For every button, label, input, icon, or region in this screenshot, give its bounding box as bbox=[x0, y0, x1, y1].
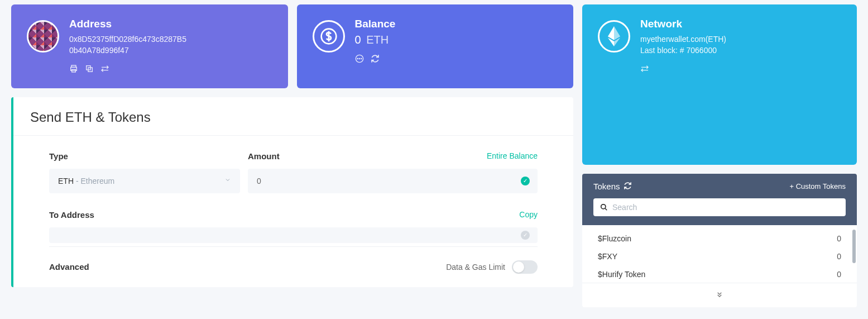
token-item[interactable]: $FXY0 bbox=[582, 247, 857, 265]
chevron-down-icon bbox=[224, 177, 231, 185]
ethereum-icon bbox=[598, 20, 630, 53]
balance-card: Balance 0 ETH bbox=[297, 4, 574, 88]
send-panel: Send ETH & Tokens Type ETH - Ethereum bbox=[11, 97, 573, 287]
type-select[interactable]: ETH - Ethereum bbox=[49, 169, 240, 193]
token-name: $Hurify Token bbox=[598, 270, 645, 279]
scrollbar[interactable] bbox=[852, 230, 856, 263]
token-name: $Fluzcoin bbox=[598, 234, 631, 243]
copy-icon[interactable] bbox=[85, 64, 94, 75]
more-icon[interactable] bbox=[355, 54, 364, 65]
tokens-title: Tokens bbox=[593, 182, 620, 191]
address-value-line2: 0b40A78d996f47 bbox=[69, 45, 272, 56]
refresh-icon[interactable] bbox=[371, 54, 380, 65]
token-balance: 0 bbox=[837, 252, 841, 261]
address-blockie-icon bbox=[27, 20, 59, 53]
address-value-line1: 0x8D52375ffD028f6c473c8287B5 bbox=[69, 34, 272, 45]
balance-title: Balance bbox=[355, 18, 558, 30]
print-icon[interactable] bbox=[69, 64, 78, 75]
token-item[interactable]: $Hurify Token0 bbox=[582, 265, 857, 283]
search-icon bbox=[600, 203, 608, 211]
network-card: Network myetherwallet.com(ETH) Last bloc… bbox=[582, 4, 857, 165]
token-name: $FXY bbox=[598, 252, 617, 261]
network-lastblock: Last block: # 7066000 bbox=[640, 45, 841, 56]
amount-label: Amount bbox=[248, 151, 280, 161]
balance-unit: ETH bbox=[366, 34, 389, 46]
svg-point-8 bbox=[359, 58, 359, 59]
swap-icon[interactable] bbox=[100, 64, 109, 75]
token-balance: 0 bbox=[837, 270, 841, 279]
amount-value: 0 bbox=[257, 177, 261, 185]
token-balance: 0 bbox=[837, 234, 841, 243]
balance-amount: 0 bbox=[355, 34, 361, 46]
to-address-label: To Address bbox=[49, 210, 94, 220]
token-search-box[interactable] bbox=[593, 198, 846, 216]
amount-input[interactable]: 0 ✓ bbox=[248, 169, 538, 193]
send-panel-title: Send ETH & Tokens bbox=[13, 97, 573, 136]
svg-point-10 bbox=[601, 204, 606, 209]
entire-balance-link[interactable]: Entire Balance bbox=[487, 151, 538, 161]
tokens-refresh-icon[interactable] bbox=[624, 182, 632, 192]
gas-label: Data & Gas Limit bbox=[446, 263, 505, 272]
to-address-input[interactable]: ✓ bbox=[49, 227, 538, 243]
tokens-panel: Tokens + Custom Tokens $Fluzcoin0$FXY0$H… bbox=[582, 174, 857, 307]
advanced-label: Advanced bbox=[49, 262, 89, 272]
svg-point-9 bbox=[361, 58, 361, 59]
type-name: - Ethereum bbox=[74, 177, 114, 185]
custom-tokens-link[interactable]: + Custom Tokens bbox=[789, 182, 846, 191]
tokens-expand-button[interactable] bbox=[582, 283, 857, 307]
token-item[interactable]: $Fluzcoin0 bbox=[582, 230, 857, 247]
svg-point-7 bbox=[357, 58, 358, 59]
dollar-icon bbox=[313, 20, 345, 53]
tokens-list: $Fluzcoin0$FXY0$Hurify Token0$IQeon0$TEA… bbox=[582, 225, 857, 283]
network-title: Network bbox=[640, 18, 841, 30]
check-icon: ✓ bbox=[521, 177, 530, 185]
token-search-input[interactable] bbox=[612, 203, 839, 212]
copy-address-link[interactable]: Copy bbox=[519, 210, 538, 220]
network-swap-icon[interactable] bbox=[640, 64, 649, 75]
network-name: myetherwallet.com(ETH) bbox=[640, 34, 841, 45]
advanced-toggle[interactable] bbox=[512, 260, 538, 274]
check-muted-icon: ✓ bbox=[521, 231, 530, 240]
type-symbol: ETH bbox=[58, 177, 74, 185]
type-label: Type bbox=[49, 151, 68, 161]
address-card: Address 0x8D52375ffD028f6c473c8287B5 0b4… bbox=[11, 4, 288, 88]
address-title: Address bbox=[69, 18, 272, 30]
